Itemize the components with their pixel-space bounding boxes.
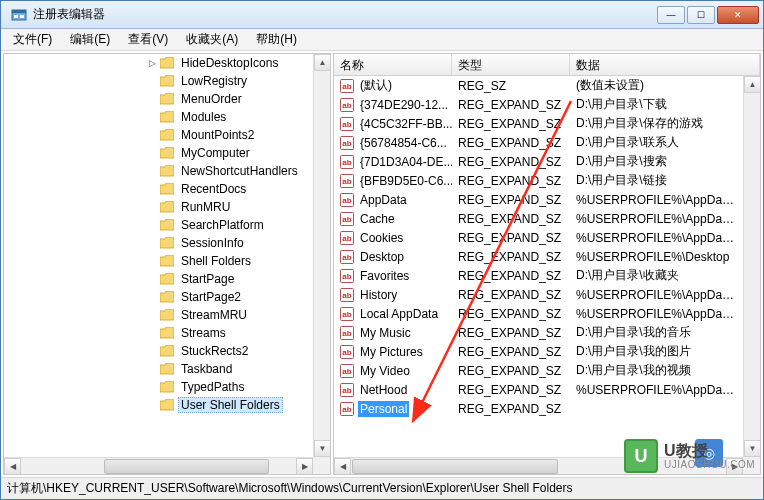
tree-item[interactable]: MenuOrder bbox=[4, 90, 313, 108]
list-row[interactable]: abDesktopREG_EXPAND_SZ%USERPROFILE%\Desk… bbox=[334, 247, 743, 266]
string-value-icon: ab bbox=[340, 383, 354, 397]
list-row[interactable]: ab{56784854-C6...REG_EXPAND_SZD:\用户目录\联系… bbox=[334, 133, 743, 152]
tree-item[interactable]: StartPage2 bbox=[4, 288, 313, 306]
tree-item[interactable]: TypedPaths bbox=[4, 378, 313, 396]
folder-icon bbox=[160, 129, 174, 141]
list-row[interactable]: ab{4C5C32FF-BB...REG_EXPAND_SZD:\用户目录\保存… bbox=[334, 114, 743, 133]
value-type: REG_EXPAND_SZ bbox=[452, 136, 570, 150]
value-type: REG_EXPAND_SZ bbox=[452, 98, 570, 112]
list-row[interactable]: abPersonalREG_EXPAND_SZ bbox=[334, 399, 743, 418]
tree-item[interactable]: RunMRU bbox=[4, 198, 313, 216]
tree-item[interactable]: StartPage bbox=[4, 270, 313, 288]
list-vertical-scrollbar[interactable]: ▲ ▼ bbox=[743, 76, 760, 457]
list-row[interactable]: abMy VideoREG_EXPAND_SZD:\用户目录\我的视频 bbox=[334, 361, 743, 380]
tree-item-label: StreamMRU bbox=[178, 307, 250, 323]
value-type: REG_EXPAND_SZ bbox=[452, 250, 570, 264]
folder-icon bbox=[160, 111, 174, 123]
menu-favorites[interactable]: 收藏夹(A) bbox=[178, 29, 246, 50]
titlebar[interactable]: 注册表编辑器 — ☐ ✕ bbox=[1, 1, 763, 29]
string-value-icon: ab bbox=[340, 250, 354, 264]
svg-text:ab: ab bbox=[342, 234, 351, 243]
window-controls: — ☐ ✕ bbox=[657, 6, 759, 24]
maximize-button[interactable]: ☐ bbox=[687, 6, 715, 24]
tree-spacer bbox=[146, 399, 158, 411]
column-header-name[interactable]: 名称 bbox=[334, 54, 452, 75]
list-row[interactable]: ab{7D1D3A04-DE...REG_EXPAND_SZD:\用户目录\搜索 bbox=[334, 152, 743, 171]
svg-text:ab: ab bbox=[342, 405, 351, 414]
value-name-cell: abMy Video bbox=[334, 363, 452, 379]
value-name: {56784854-C6... bbox=[358, 135, 449, 151]
value-data: %USERPROFILE%\AppData\L bbox=[570, 212, 743, 226]
list-view[interactable]: ab(默认)REG_SZ(数值未设置)ab{374DE290-12...REG_… bbox=[334, 76, 743, 457]
tree-item[interactable]: StreamMRU bbox=[4, 306, 313, 324]
list-row[interactable]: ab{BFB9D5E0-C6...REG_EXPAND_SZD:\用户目录\链接 bbox=[334, 171, 743, 190]
tree-item[interactable]: RecentDocs bbox=[4, 180, 313, 198]
list-row[interactable]: abAppDataREG_EXPAND_SZ%USERPROFILE%\AppD… bbox=[334, 190, 743, 209]
column-header-data[interactable]: 数据 bbox=[570, 54, 760, 75]
close-button[interactable]: ✕ bbox=[717, 6, 759, 24]
tree-spacer bbox=[146, 345, 158, 357]
tree-item[interactable]: NewShortcutHandlers bbox=[4, 162, 313, 180]
list-row[interactable]: ab{374DE290-12...REG_EXPAND_SZD:\用户目录\下载 bbox=[334, 95, 743, 114]
value-type: REG_EXPAND_SZ bbox=[452, 231, 570, 245]
tree-item[interactable]: SearchPlatform bbox=[4, 216, 313, 234]
value-data: (数值未设置) bbox=[570, 77, 743, 94]
tree-item-label: NewShortcutHandlers bbox=[178, 163, 301, 179]
value-data: D:\用户目录\我的图片 bbox=[570, 343, 743, 360]
list-row[interactable]: ab(默认)REG_SZ(数值未设置) bbox=[334, 76, 743, 95]
list-row[interactable]: abFavoritesREG_EXPAND_SZD:\用户目录\收藏夹 bbox=[334, 266, 743, 285]
value-name-cell: abLocal AppData bbox=[334, 306, 452, 322]
list-row[interactable]: abLocal AppDataREG_EXPAND_SZ%USERPROFILE… bbox=[334, 304, 743, 323]
list-row[interactable]: abHistoryREG_EXPAND_SZ%USERPROFILE%\AppD… bbox=[334, 285, 743, 304]
svg-text:ab: ab bbox=[342, 101, 351, 110]
tree-spacer bbox=[146, 201, 158, 213]
string-value-icon: ab bbox=[340, 345, 354, 359]
tree-spacer bbox=[146, 309, 158, 321]
tree-horizontal-scrollbar[interactable]: ◀ ▶ bbox=[4, 457, 313, 474]
tree-item-label: SearchPlatform bbox=[178, 217, 267, 233]
tree-view[interactable]: ▷HideDesktopIconsLowRegistryMenuOrderMod… bbox=[4, 54, 313, 457]
list-row[interactable]: abMy MusicREG_EXPAND_SZD:\用户目录\我的音乐 bbox=[334, 323, 743, 342]
tree-item[interactable]: MountPoints2 bbox=[4, 126, 313, 144]
folder-icon bbox=[160, 201, 174, 213]
value-name-cell: abCookies bbox=[334, 230, 452, 246]
tree-item-label: RecentDocs bbox=[178, 181, 249, 197]
tree-item-label: MenuOrder bbox=[178, 91, 245, 107]
tree-item[interactable]: Taskband bbox=[4, 360, 313, 378]
menu-view[interactable]: 查看(V) bbox=[120, 29, 176, 50]
svg-text:ab: ab bbox=[342, 348, 351, 357]
list-row[interactable]: abMy PicturesREG_EXPAND_SZD:\用户目录\我的图片 bbox=[334, 342, 743, 361]
tree-item-label: LowRegistry bbox=[178, 73, 250, 89]
svg-text:ab: ab bbox=[342, 329, 351, 338]
folder-icon bbox=[160, 327, 174, 339]
folder-icon bbox=[160, 165, 174, 177]
value-name-cell: ab{BFB9D5E0-C6... bbox=[334, 173, 452, 189]
tree-item[interactable]: ▷HideDesktopIcons bbox=[4, 54, 313, 72]
tree-item[interactable]: Modules bbox=[4, 108, 313, 126]
list-row[interactable]: abNetHoodREG_EXPAND_SZ%USERPROFILE%\AppD… bbox=[334, 380, 743, 399]
list-row[interactable]: abCacheREG_EXPAND_SZ%USERPROFILE%\AppDat… bbox=[334, 209, 743, 228]
tree-vertical-scrollbar[interactable]: ▲ ▼ bbox=[313, 54, 330, 457]
menu-edit[interactable]: 编辑(E) bbox=[62, 29, 118, 50]
tree-item[interactable]: User Shell Folders bbox=[4, 396, 313, 414]
svg-text:ab: ab bbox=[342, 253, 351, 262]
tree-item[interactable]: MyComputer bbox=[4, 144, 313, 162]
string-value-icon: ab bbox=[340, 402, 354, 416]
menu-help[interactable]: 帮助(H) bbox=[248, 29, 305, 50]
regedit-window: 注册表编辑器 — ☐ ✕ 文件(F) 编辑(E) 查看(V) 收藏夹(A) 帮助… bbox=[0, 0, 764, 500]
menu-file[interactable]: 文件(F) bbox=[5, 29, 60, 50]
tree-item[interactable]: Shell Folders bbox=[4, 252, 313, 270]
list-row[interactable]: abCookiesREG_EXPAND_SZ%USERPROFILE%\AppD… bbox=[334, 228, 743, 247]
folder-icon bbox=[160, 381, 174, 393]
expand-icon[interactable]: ▷ bbox=[146, 57, 158, 69]
value-name: AppData bbox=[358, 192, 409, 208]
tree-item[interactable]: LowRegistry bbox=[4, 72, 313, 90]
value-name: Local AppData bbox=[358, 306, 440, 322]
value-name: Personal bbox=[358, 401, 409, 417]
tree-item[interactable]: Streams bbox=[4, 324, 313, 342]
minimize-button[interactable]: — bbox=[657, 6, 685, 24]
tree-item[interactable]: StuckRects2 bbox=[4, 342, 313, 360]
tree-item[interactable]: SessionInfo bbox=[4, 234, 313, 252]
value-name-cell: abAppData bbox=[334, 192, 452, 208]
column-header-type[interactable]: 类型 bbox=[452, 54, 570, 75]
